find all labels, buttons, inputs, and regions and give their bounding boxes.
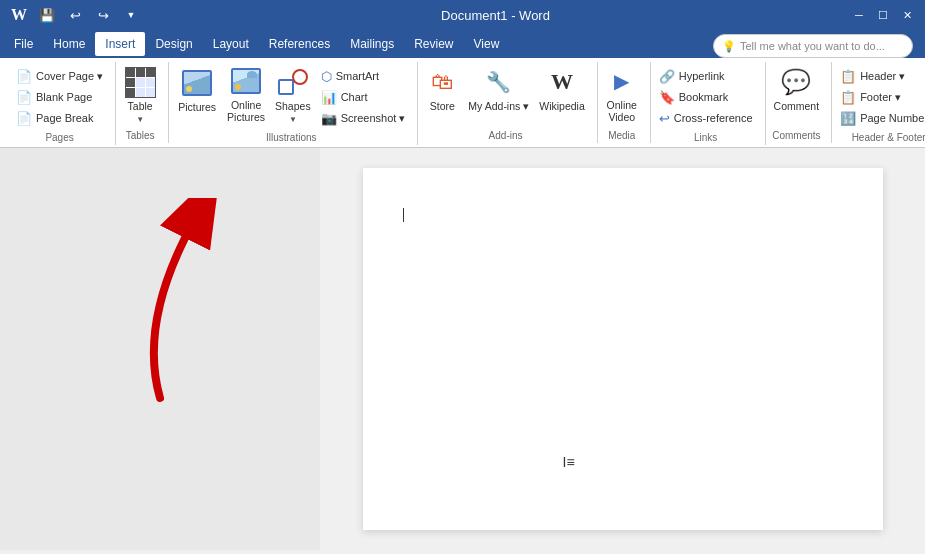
- ribbon-group-links: 🔗 Hyperlink 🔖 Bookmark ↩ Cross-reference…: [651, 62, 766, 145]
- store-label: Store: [430, 100, 455, 113]
- cover-page-icon: 📄: [16, 69, 32, 84]
- illustrations-group-label: Illustrations: [173, 128, 409, 145]
- document-page-area[interactable]: I≡: [320, 148, 925, 550]
- blank-page-icon: 📄: [16, 90, 32, 105]
- store-button[interactable]: 🛍 Store: [422, 64, 462, 126]
- menu-insert[interactable]: Insert: [95, 32, 145, 56]
- table-button[interactable]: Table ▼: [120, 64, 160, 126]
- page-number-label: Page Number ▾: [860, 112, 925, 125]
- links-group-label: Links: [655, 128, 757, 145]
- store-icon: 🛍: [426, 66, 458, 98]
- tell-me-input[interactable]: 💡 Tell me what you want to do...: [713, 34, 913, 58]
- text-cursor-2: I≡: [563, 454, 575, 470]
- redo-button[interactable]: ↪: [92, 4, 114, 26]
- illustrations-small-buttons: ⬡ SmartArt 📊 Chart 📷 Screenshot ▾: [317, 64, 410, 128]
- tutorial-arrow: [0, 198, 320, 418]
- addins-group-label: Add-ins: [422, 126, 588, 143]
- menu-layout[interactable]: Layout: [203, 32, 259, 56]
- restore-button[interactable]: ☐: [873, 5, 893, 25]
- header-footer-group-label: Header & Footer: [836, 128, 925, 145]
- page-break-icon: 📄: [16, 111, 32, 126]
- illustrations-buttons: Pictures OnlinePictures: [173, 62, 409, 128]
- table-icon: [124, 66, 156, 98]
- menu-design[interactable]: Design: [145, 32, 202, 56]
- cross-reference-button[interactable]: ↩ Cross-reference: [655, 108, 757, 128]
- cross-reference-icon: ↩: [659, 111, 670, 126]
- wikipedia-button[interactable]: W Wikipedia: [535, 64, 589, 126]
- screenshot-icon: 📷: [321, 111, 337, 126]
- cross-reference-label: Cross-reference: [674, 112, 753, 124]
- shapes-dropdown-arrow: ▼: [289, 115, 297, 124]
- comment-button[interactable]: 💬 Comment: [770, 64, 824, 126]
- table-dropdown-arrow: ▼: [136, 115, 144, 124]
- page-number-button[interactable]: 🔢 Page Number ▾: [836, 108, 925, 128]
- header-footer-buttons: 📋 Header ▾ 📋 Footer ▾ 🔢 Page Number ▾: [836, 62, 925, 128]
- bookmark-button[interactable]: 🔖 Bookmark: [655, 87, 757, 107]
- menu-review[interactable]: Review: [404, 32, 463, 56]
- comments-group-label: Comments: [770, 126, 824, 143]
- chart-button[interactable]: 📊 Chart: [317, 87, 410, 107]
- media-buttons: ▶ OnlineVideo: [602, 62, 642, 126]
- shapes-icon: [277, 66, 309, 98]
- smartart-label: SmartArt: [336, 70, 379, 82]
- page-break-label: Page Break: [36, 112, 93, 124]
- bookmark-label: Bookmark: [679, 91, 729, 103]
- screenshot-button[interactable]: 📷 Screenshot ▾: [317, 108, 410, 128]
- ribbon: 📄 Cover Page ▾ 📄 Blank Page 📄 Page Break…: [0, 58, 925, 148]
- close-button[interactable]: ✕: [897, 5, 917, 25]
- online-video-button[interactable]: ▶ OnlineVideo: [602, 64, 642, 126]
- menu-home[interactable]: Home: [43, 32, 95, 56]
- online-video-label: OnlineVideo: [607, 99, 637, 124]
- my-addins-icon: 🔧: [483, 66, 515, 98]
- header-button[interactable]: 📋 Header ▾: [836, 66, 925, 86]
- cover-page-label: Cover Page ▾: [36, 70, 103, 83]
- footer-button[interactable]: 📋 Footer ▾: [836, 87, 925, 107]
- save-button[interactable]: 💾: [36, 4, 58, 26]
- blank-page-button[interactable]: 📄 Blank Page: [12, 87, 107, 107]
- online-pictures-button[interactable]: OnlinePictures: [223, 64, 269, 126]
- header-label: Header ▾: [860, 70, 905, 83]
- pictures-button[interactable]: Pictures: [173, 64, 221, 126]
- links-buttons: 🔗 Hyperlink 🔖 Bookmark ↩ Cross-reference: [655, 62, 757, 128]
- document-sidebar: [0, 148, 320, 550]
- media-group-label: Media: [602, 126, 642, 143]
- footer-label: Footer ▾: [860, 91, 901, 104]
- tables-group-label: Tables: [120, 126, 160, 143]
- header-icon: 📋: [840, 69, 856, 84]
- minimize-button[interactable]: ─: [849, 5, 869, 25]
- tell-me-section: 💡 Tell me what you want to do...: [705, 30, 921, 58]
- header-footer-col: 📋 Header ▾ 📋 Footer ▾ 🔢 Page Number ▾: [836, 64, 925, 128]
- online-pictures-icon: [230, 66, 262, 97]
- title-bar: W 💾 ↩ ↪ ▼ Document1 - Word ─ ☐ ✕: [0, 0, 925, 30]
- tell-me-placeholder: Tell me what you want to do...: [740, 40, 885, 52]
- blank-page-label: Blank Page: [36, 91, 92, 103]
- pages-buttons: 📄 Cover Page ▾ 📄 Blank Page 📄 Page Break: [12, 62, 107, 128]
- lightbulb-icon: 💡: [722, 40, 736, 53]
- menu-file[interactable]: File: [4, 32, 43, 56]
- table-grid-icon: [125, 67, 156, 98]
- undo-button[interactable]: ↩: [64, 4, 86, 26]
- shapes-button[interactable]: Shapes ▼: [271, 64, 315, 126]
- cover-page-button[interactable]: 📄 Cover Page ▾: [12, 66, 107, 86]
- ribbon-group-pages: 📄 Cover Page ▾ 📄 Blank Page 📄 Page Break…: [8, 62, 116, 145]
- document-page[interactable]: I≡: [363, 168, 883, 530]
- smartart-button[interactable]: ⬡ SmartArt: [317, 66, 410, 86]
- ribbon-group-addins: 🛍 Store 🔧 My Add-ins ▾ W Wikipedia Add-i…: [418, 62, 597, 143]
- smartart-icon: ⬡: [321, 69, 332, 84]
- menu-view[interactable]: View: [464, 32, 510, 56]
- ribbon-group-header-footer: 📋 Header ▾ 📋 Footer ▾ 🔢 Page Number ▾ He…: [832, 62, 925, 145]
- hyperlink-icon: 🔗: [659, 69, 675, 84]
- hyperlink-label: Hyperlink: [679, 70, 725, 82]
- menu-references[interactable]: References: [259, 32, 340, 56]
- ribbon-group-comments: 💬 Comment Comments: [766, 62, 833, 143]
- my-addins-button[interactable]: 🔧 My Add-ins ▾: [464, 64, 533, 126]
- pages-group-label: Pages: [12, 128, 107, 145]
- customize-quick-access[interactable]: ▼: [120, 4, 142, 26]
- comment-label: Comment: [774, 100, 820, 113]
- footer-icon: 📋: [840, 90, 856, 105]
- menu-mailings[interactable]: Mailings: [340, 32, 404, 56]
- my-addins-label: My Add-ins ▾: [468, 100, 529, 113]
- page-break-button[interactable]: 📄 Page Break: [12, 108, 107, 128]
- bookmark-icon: 🔖: [659, 90, 675, 105]
- hyperlink-button[interactable]: 🔗 Hyperlink: [655, 66, 757, 86]
